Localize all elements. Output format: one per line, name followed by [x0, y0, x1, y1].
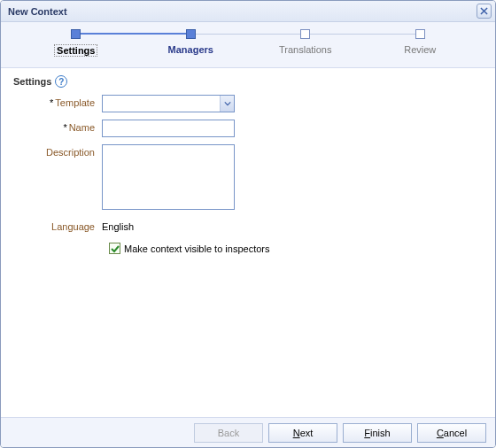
step-box-icon — [415, 29, 425, 39]
wizard-steps: Settings Managers Translations Review — [1, 22, 495, 68]
template-select[interactable] — [102, 95, 235, 112]
description-textarea[interactable] — [102, 144, 235, 210]
language-label: Language — [13, 219, 102, 232]
row-name: *Name — [13, 120, 483, 137]
section-title: Settings — [13, 76, 51, 87]
step-label: Settings — [54, 44, 97, 57]
required-star: * — [63, 122, 66, 133]
section-header: Settings ? — [13, 75, 483, 88]
dialog-title: New Context — [8, 6, 67, 17]
step-box-icon — [300, 29, 310, 39]
language-value: English — [102, 219, 134, 232]
step-label: Managers — [168, 44, 213, 55]
help-icon[interactable]: ? — [55, 75, 67, 88]
next-button[interactable]: Next — [268, 423, 337, 443]
row-description: Description — [13, 144, 483, 212]
template-label: *Template — [13, 95, 102, 108]
dialog-footer: Back Next Finish Cancel — [1, 417, 495, 447]
finish-button[interactable]: Finish — [343, 423, 412, 443]
step-label: Review — [404, 44, 436, 55]
name-label: *Name — [13, 120, 102, 133]
step-box-icon — [186, 29, 196, 39]
close-icon — [480, 7, 488, 15]
step-label: Translations — [279, 44, 332, 55]
row-visible: Make context visible to inspectors — [109, 243, 483, 254]
back-button: Back — [194, 423, 263, 443]
dialog-new-context: New Context Settings Managers Translatio… — [0, 0, 496, 448]
titlebar: New Context — [1, 1, 495, 22]
content-area: Settings ? *Template *Name — [1, 68, 495, 417]
row-template: *Template — [13, 95, 483, 112]
chevron-down-icon[interactable] — [220, 96, 234, 112]
cancel-button[interactable]: Cancel — [417, 423, 486, 443]
visible-checkbox[interactable] — [109, 243, 120, 254]
description-label: Description — [13, 144, 102, 158]
check-icon — [111, 244, 120, 253]
row-language: Language English — [13, 219, 483, 232]
required-star: * — [50, 97, 53, 108]
step-box-icon — [71, 29, 81, 39]
template-input[interactable] — [102, 95, 235, 112]
name-input[interactable] — [102, 120, 235, 137]
close-button[interactable] — [477, 4, 492, 19]
visible-label: Make context visible to inspectors — [124, 243, 269, 254]
